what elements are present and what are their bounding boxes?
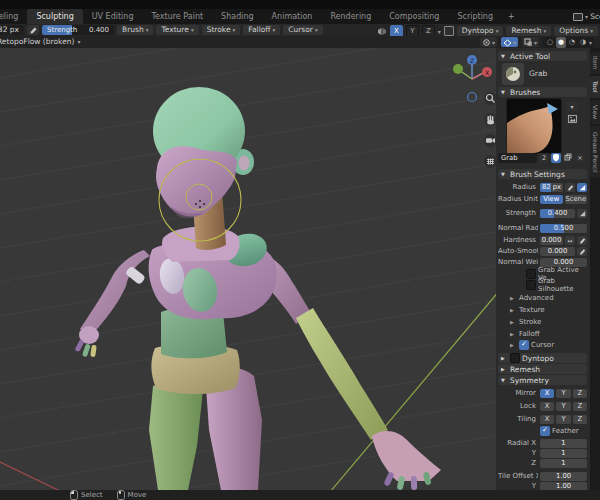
symmetry-tiling-z[interactable]: Z bbox=[573, 415, 587, 424]
dyntopo-checkbox[interactable] bbox=[510, 353, 520, 363]
symmetry-mirror-y[interactable]: Y bbox=[556, 389, 570, 398]
hardness-animate-button[interactable] bbox=[577, 236, 587, 245]
subsection-stroke[interactable]: ▶Stroke bbox=[498, 317, 587, 327]
gizmo-minus-z-axis[interactable] bbox=[468, 93, 477, 102]
radius-pressure-toggle[interactable] bbox=[577, 183, 587, 192]
auto-smooth-animate-button[interactable] bbox=[577, 247, 587, 256]
radius-slider[interactable]: 82 px bbox=[540, 183, 563, 192]
tab-compositing[interactable]: Compositing bbox=[380, 9, 448, 24]
symmetry-tiling-y[interactable]: Y bbox=[556, 415, 570, 424]
hardness-invert-button[interactable]: ↔ bbox=[565, 236, 575, 245]
subsection-advanced[interactable]: ▶Advanced bbox=[498, 293, 587, 303]
duplicate-brush-button[interactable] bbox=[563, 153, 573, 163]
tab-rendering[interactable]: Rendering bbox=[321, 9, 380, 24]
sidebar-tool-panel: ▼ Active Tool Grab ▼ Brushes ▾ bbox=[496, 48, 590, 490]
grab-active-checkbox[interactable] bbox=[526, 269, 536, 279]
radius-unit-scene-button[interactable]: Scene bbox=[565, 195, 588, 204]
texture-menu[interactable]: Texture▾ bbox=[156, 25, 198, 35]
radius-animate-button[interactable] bbox=[565, 183, 575, 192]
radial-x-field[interactable]: 1 bbox=[540, 439, 587, 448]
falloff-menu[interactable]: Falloff▾ bbox=[243, 25, 280, 35]
cursor-menu[interactable]: Cursor▾ bbox=[283, 25, 322, 35]
subsection-falloff[interactable]: ▶Falloff bbox=[498, 329, 587, 339]
normal-weight-label: Normal Wei... bbox=[498, 258, 538, 266]
grab-silhouette-row: Grab Silhouette bbox=[498, 280, 587, 290]
brushes-section-header[interactable]: ▼ Brushes bbox=[498, 87, 587, 97]
sidebar-tab-tool[interactable]: Tool bbox=[590, 76, 600, 98]
brush-users-count[interactable]: 2 bbox=[539, 153, 549, 163]
auto-smooth-field[interactable]: 0.000 bbox=[540, 247, 575, 256]
radius-edit-button[interactable] bbox=[27, 25, 39, 35]
tile-offset-x-field[interactable]: 1.00 bbox=[540, 472, 587, 481]
material-shading-icon[interactable] bbox=[567, 37, 577, 48]
sidebar-tab-view[interactable]: View bbox=[590, 100, 600, 124]
normal-radius-slider[interactable]: 0.500 bbox=[540, 224, 587, 233]
hardness-field[interactable]: 0.000 bbox=[540, 236, 563, 245]
add-workspace-button[interactable]: + bbox=[502, 9, 521, 24]
strength-slider[interactable]: Strength 0.400 bbox=[42, 25, 114, 35]
radial-z-label: Z bbox=[498, 459, 538, 467]
tab-scripting[interactable]: Scripting bbox=[448, 9, 502, 24]
symmetry-lock-z[interactable]: Z bbox=[573, 402, 587, 411]
brush-preview[interactable] bbox=[506, 98, 562, 154]
symmetry-lock-y[interactable]: Y bbox=[556, 402, 570, 411]
symmetry-lock-x[interactable]: X bbox=[540, 402, 554, 411]
tab-sculpting[interactable]: Sculpting bbox=[27, 9, 82, 24]
svg-text:Z: Z bbox=[470, 57, 474, 64]
shading-options-chevron-icon[interactable]: ▾ bbox=[589, 39, 592, 46]
tab-uv-editing[interactable]: UV Editing bbox=[83, 9, 143, 24]
scene-selector[interactable]: ▾ Scene bbox=[573, 10, 600, 23]
remesh-menu[interactable]: Remesh▾ bbox=[506, 26, 551, 36]
symmetry-mirror-z[interactable]: Z bbox=[573, 389, 587, 398]
dyntopo-menu[interactable]: Dyntopo▾ bbox=[457, 26, 504, 36]
screen-layout-icon bbox=[573, 13, 583, 21]
show-gizmo-toggle[interactable]: ▾ bbox=[480, 37, 497, 47]
strength-pressure-toggle[interactable] bbox=[577, 209, 587, 218]
brush-settings-section-header[interactable]: ▼ Brush Settings bbox=[498, 169, 587, 179]
unlink-brush-button[interactable]: × bbox=[575, 153, 585, 163]
symmetry-tiling-x[interactable]: X bbox=[540, 415, 554, 424]
fake-user-button[interactable] bbox=[551, 153, 561, 163]
show-overlays-toggle[interactable]: ▾ bbox=[501, 37, 518, 47]
feather-checkbox[interactable] bbox=[540, 426, 550, 436]
symmetry-mirror-x[interactable]: X bbox=[540, 389, 554, 398]
dyntopo-section-header[interactable]: ▶ Dyntopo bbox=[498, 353, 587, 363]
viewport-3d[interactable]: Z X ▼ Active Tool bbox=[0, 48, 600, 490]
options-menu[interactable]: Options▾ bbox=[554, 26, 598, 36]
window-top-strip bbox=[0, 0, 600, 9]
strength-slider-panel[interactable]: 0.400 bbox=[540, 209, 575, 218]
gizmo-y-axis[interactable] bbox=[453, 64, 463, 74]
xray-toggle[interactable]: ▾ bbox=[522, 37, 539, 47]
remesh-section-header[interactable]: ▶ Remesh bbox=[498, 364, 587, 374]
tile-offset-y-field[interactable]: 1.00 bbox=[540, 482, 587, 491]
grab-silhouette-checkbox[interactable] bbox=[526, 280, 536, 290]
tab-modeling[interactable]: Modeling bbox=[0, 9, 27, 24]
sidebar-tab-grease-pencil[interactable]: Grease Pencil bbox=[590, 126, 600, 178]
wireframe-shading-icon[interactable] bbox=[545, 37, 555, 48]
cursor-checkbox[interactable] bbox=[519, 340, 529, 350]
active-tool-section-header[interactable]: ▼ Active Tool bbox=[498, 51, 587, 61]
mirror-options-chevron-icon[interactable]: ▾ bbox=[438, 28, 441, 35]
brush-menu[interactable]: Brush▾ bbox=[117, 25, 153, 35]
brush-preview-image-button[interactable] bbox=[566, 114, 578, 124]
sidebar-tab-item[interactable]: Item bbox=[590, 52, 600, 74]
subsection-texture[interactable]: ▶Texture bbox=[498, 305, 587, 315]
radius-field[interactable]: 82 px bbox=[0, 25, 24, 35]
subsection-cursor[interactable]: ▶ Cursor bbox=[498, 340, 587, 350]
radial-z-field[interactable]: 1 bbox=[540, 459, 587, 468]
radial-y-field[interactable]: 1 bbox=[540, 449, 587, 458]
tab-texture-paint[interactable]: Texture Paint bbox=[142, 9, 212, 24]
grab-tool-thumbnail[interactable] bbox=[502, 63, 524, 85]
brush-name-field[interactable]: Grab bbox=[498, 153, 537, 163]
symmetry-section-header[interactable]: ▼ Symmetry bbox=[498, 375, 587, 385]
solid-shading-icon[interactable] bbox=[556, 37, 566, 48]
dyntopo-toggle-icon[interactable] bbox=[444, 26, 454, 36]
rendered-shading-icon[interactable] bbox=[578, 37, 588, 48]
tab-shading[interactable]: Shading bbox=[212, 9, 263, 24]
tab-animation[interactable]: Animation bbox=[263, 9, 322, 24]
retopoflow-menu[interactable]: RetopoFlow (broken)▾ bbox=[0, 36, 84, 48]
stroke-menu[interactable]: Stroke▾ bbox=[202, 25, 241, 35]
brush-preview-dropdown[interactable]: ▾ bbox=[566, 101, 578, 111]
mirror-icon bbox=[377, 27, 387, 36]
radius-unit-view-button[interactable]: View bbox=[540, 195, 563, 204]
